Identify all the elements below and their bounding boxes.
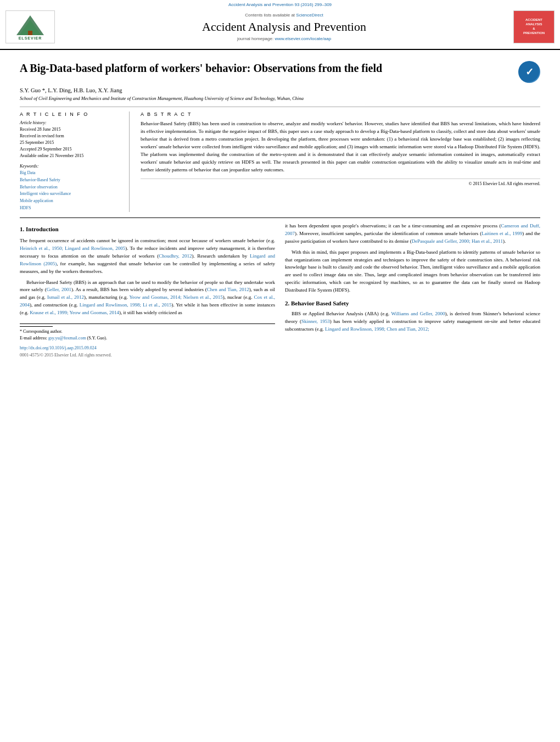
- svg-rect-3: [28, 31, 32, 35]
- chen-tian-ref[interactable]: Chen and Tian, 2012: [207, 287, 249, 292]
- keyword-3: Behavior observation: [20, 184, 122, 191]
- available-date: Available online 21 November 2015: [20, 153, 122, 159]
- choudhry-ref[interactable]: Choudhry, 2012: [159, 253, 192, 259]
- article-info-col: A R T I C L E I N F O Article history: R…: [20, 111, 130, 212]
- received-date: Received 28 June 2015: [20, 126, 122, 133]
- section1-para2-cont: it has been dependent upon people's obse…: [285, 222, 540, 246]
- section2-heading: 2. Behavior Based Safety: [285, 299, 540, 308]
- body-col-left: 1. Introduction The frequent occurrence …: [20, 222, 275, 359]
- williams-geller-ref[interactable]: Williams and Geller, 2000: [391, 311, 445, 316]
- crossmark-icon: ✓: [519, 62, 540, 82]
- depasquale-ref[interactable]: DePasquale and Geller, 2000; Han et al.,…: [412, 238, 503, 244]
- elsevier-tree-icon: [14, 14, 47, 36]
- elsevier-logo: ELSEVIER: [5, 10, 55, 43]
- article-body: A Big-Data-based platform of workers' be…: [0, 50, 560, 364]
- keywords-title: Keywords:: [20, 164, 122, 169]
- section1-heading: 1. Introduction: [20, 225, 275, 234]
- article-info-label: A R T I C L E I N F O: [20, 111, 122, 117]
- heinrich-ref[interactable]: Heinrich et al., 1950; Lingard and Rowli…: [20, 246, 125, 251]
- ismail-ref[interactable]: Ismail et al., 2012: [47, 294, 84, 300]
- page: Accident Analysis and Prevention 93 (201…: [0, 0, 560, 742]
- sciencedirect-link[interactable]: ScienceDirect: [296, 13, 323, 18]
- skinner-ref[interactable]: Skinner, 1953: [301, 319, 330, 324]
- abstract-text: Behavior-Based Safety (BBS) has been use…: [141, 120, 540, 174]
- body-two-col: 1. Introduction The frequent occurrence …: [20, 222, 540, 359]
- krause-ref[interactable]: Krause et al., 1999; Yeow and Goomas, 20…: [30, 310, 119, 315]
- article-title-section: A Big-Data-based platform of workers' be…: [20, 55, 540, 83]
- journal-header: Accident Analysis and Prevention 93 (201…: [0, 0, 560, 50]
- contents-line: Contents lists available at ScienceDirec…: [55, 13, 513, 18]
- revised-date: 25 September 2015: [20, 140, 122, 146]
- keyword-6: HDFS: [20, 205, 122, 212]
- email-note: E-mail address: gsy.yu@foxmail.com (S.Y.…: [20, 335, 275, 342]
- laitinen-ref[interactable]: Laitinen et al., 1999: [481, 231, 522, 236]
- geller-ref[interactable]: Geller, 2001: [47, 287, 71, 292]
- copyright-line: © 2015 Elsevier Ltd. All rights reserved…: [141, 178, 540, 186]
- homepage-link[interactable]: www.elsevier.com/locate/aap: [275, 36, 331, 41]
- keyword-1: Big Data: [20, 170, 122, 177]
- journal-logo-right: ACCIDENT ANALYSIS & PREVENTION: [513, 10, 555, 43]
- article-title: A Big-Data-based platform of workers' be…: [20, 61, 513, 75]
- doi-link[interactable]: http://dx.doi.org/10.1016/j.aap.2015.09.…: [20, 345, 275, 352]
- keyword-2: Behavior-Based Safety: [20, 177, 122, 184]
- keyword-5: Mobile application: [20, 198, 122, 205]
- issn-line: 0001-4575/© 2015 Elsevier Ltd. All right…: [20, 352, 275, 359]
- section1-para2: Behavior-Based Safety (BBS) is an approa…: [20, 279, 275, 317]
- abstract-label: A B S T R A C T: [141, 111, 540, 117]
- journal-title-center: Contents lists available at ScienceDirec…: [55, 13, 513, 41]
- corresponding-note: * Corresponding author.: [20, 328, 275, 335]
- received-revised-label: Received in revised form: [20, 133, 122, 140]
- keywords-section: Keywords: Big Data Behavior-Based Safety…: [20, 164, 122, 212]
- crossmark-logo: ✓: [518, 61, 540, 83]
- lingard-ref[interactable]: Lingard and Rowlinson (2005): [20, 253, 275, 266]
- footer-divider: [20, 326, 53, 327]
- lingard-chen-ref[interactable]: Lingard and Rowlinson, 1998; Chen and Ti…: [325, 326, 429, 332]
- body-divider: [20, 217, 540, 218]
- body-col-right: it has been dependent upon people's obse…: [285, 222, 540, 359]
- footer-area: * Corresponding author. E-mail address: …: [20, 323, 275, 359]
- abstract-col: A B S T R A C T Behavior-Based Safety (B…: [141, 111, 540, 212]
- affiliation: School of Civil Engineering and Mechanic…: [20, 96, 540, 101]
- header-content: ELSEVIER Contents lists available at Sci…: [0, 8, 560, 46]
- lingard98-ref[interactable]: Lingard and Rowlinson, 1998; Li et al., …: [80, 302, 172, 308]
- authors-line: S.Y. Guo *, L.Y. Ding, H.B. Luo, X.Y. Ji…: [20, 87, 540, 93]
- keyword-4: Intelligent video surveillance: [20, 191, 122, 198]
- section2-para1: BBS or Applied Behavior Analysis (ABA) (…: [285, 310, 540, 333]
- homepage-line: journal homepage: www.elsevier.com/locat…: [55, 36, 513, 41]
- section1-para1: The frequent occurrence of accidents can…: [20, 237, 275, 276]
- email-link[interactable]: gsy.yu@foxmail.com: [48, 336, 86, 341]
- journal-strip: Accident Analysis and Prevention 93 (201…: [0, 0, 560, 8]
- svg-text:✓: ✓: [525, 66, 534, 77]
- accepted-date: Accepted 29 September 2015: [20, 146, 122, 153]
- section1-para3: With this in mind, this paper proposes a…: [285, 249, 540, 295]
- info-abstract-section: A R T I C L E I N F O Article history: R…: [20, 107, 540, 212]
- elsevier-text: ELSEVIER: [19, 36, 42, 40]
- journal-strip-text: Accident Analysis and Prevention 93 (201…: [228, 2, 332, 7]
- yeow-ref[interactable]: Yeow and Goomas, 2014; Nielsen et al., 2…: [129, 294, 222, 300]
- journal-main-title: Accident Analysis and Prevention: [55, 20, 513, 34]
- history-title: Article history:: [20, 120, 122, 125]
- article-history: Article history: Received 28 June 2015 R…: [20, 120, 122, 159]
